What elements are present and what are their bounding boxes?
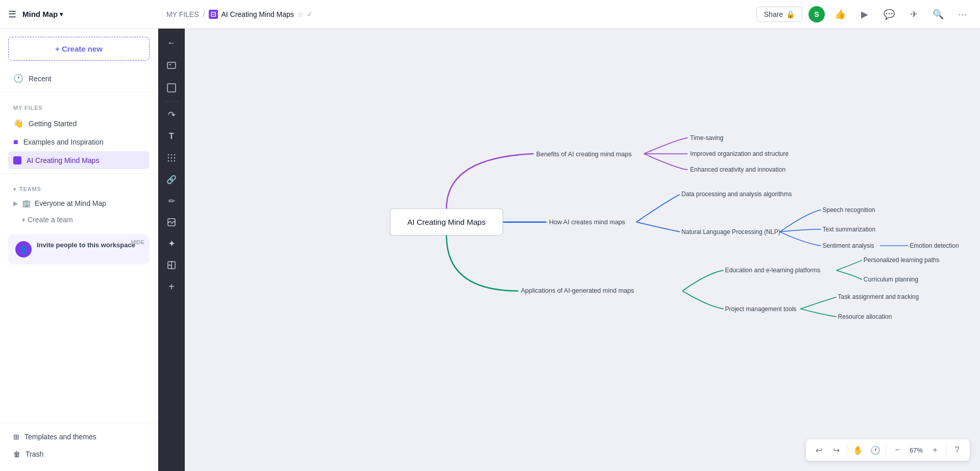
share-send-button[interactable]: ✈ xyxy=(904,5,923,23)
svg-rect-2 xyxy=(167,62,176,68)
hamburger-icon[interactable]: ☰ xyxy=(8,9,16,20)
svg-text:Education and e-learning platf: Education and e-learning platforms xyxy=(725,267,820,274)
zoom-in-button[interactable]: + xyxy=(927,442,943,458)
history-button[interactable]: 🕐 xyxy=(868,442,883,458)
check-circle-icon[interactable]: ✓ xyxy=(307,10,313,18)
svg-point-11 xyxy=(168,160,169,161)
hide-button[interactable]: HIDE xyxy=(131,239,144,245)
purple-square-icon: ■ xyxy=(13,137,18,147)
present-button[interactable]: ▶ xyxy=(855,5,874,23)
svg-rect-4 xyxy=(167,84,176,92)
svg-text:Resource allocation: Resource allocation xyxy=(838,313,892,320)
svg-line-16 xyxy=(170,221,173,224)
team-icon: 🏢 xyxy=(22,199,31,207)
sidebar-divider-1 xyxy=(0,92,158,92)
topbar-center: MY FILES / AI Creating Mind Maps ☆ ✓ xyxy=(166,10,756,19)
bottom-divider-3 xyxy=(946,445,946,455)
sidebar-top: + Create new xyxy=(0,29,158,69)
sidebar-divider-2 xyxy=(0,173,158,174)
bottom-divider-1 xyxy=(847,445,847,455)
link-tool-button[interactable]: 🔗 xyxy=(161,169,182,190)
hand-button[interactable]: ✋ xyxy=(850,442,866,458)
sidebar-section-myfiles: MY FILES 👋 Getting Started ■ Examples an… xyxy=(0,97,158,169)
sidebar-item-ai-mind-maps[interactable]: AI Creating Mind Maps xyxy=(8,151,150,169)
sidebar-item-trash[interactable]: 🗑 Trash xyxy=(8,445,150,463)
canvas-area[interactable]: AI Creating Mind Maps Benefits of AI cre… xyxy=(185,29,980,471)
bottom-toolbar: ↩ ↪ ✋ 🕐 − 67% + ? xyxy=(806,439,970,461)
create-new-button[interactable]: + Create new xyxy=(8,37,150,61)
star-icon[interactable]: ☆ xyxy=(297,10,304,18)
redo-button[interactable]: ↪ xyxy=(828,442,844,458)
vertical-toolbar: ← ↷ T 🔗 ✏ ✦ + xyxy=(158,29,185,471)
svg-text:Natural Language Processing (N: Natural Language Processing (NLP) xyxy=(681,228,780,236)
grid-tool-button[interactable] xyxy=(161,148,182,168)
sidebar-item-examples[interactable]: ■ Examples and Inspiration xyxy=(8,133,150,151)
avatar[interactable]: S xyxy=(808,6,825,22)
svg-text:Personalized learning paths: Personalized learning paths xyxy=(864,256,940,264)
arrow-tool-button[interactable]: ↷ xyxy=(161,105,182,125)
clock-icon: 🕐 xyxy=(13,74,23,83)
svg-text:Time-saving: Time-saving xyxy=(690,134,723,142)
svg-text:How AI creates mind maps: How AI creates mind maps xyxy=(549,219,625,226)
file-icon xyxy=(209,10,218,19)
sidebar-myfiles-header[interactable]: MY FILES xyxy=(8,97,150,114)
lock-icon: 🔒 xyxy=(786,10,795,18)
sidebar-teams-header[interactable]: ▾ TEAMS xyxy=(8,178,150,195)
image-tool-button[interactable] xyxy=(161,212,182,232)
share-button[interactable]: Share 🔒 xyxy=(756,7,802,22)
sidebar-create-team[interactable]: + Create a team xyxy=(8,211,150,228)
sidebar-item-templates[interactable]: ⊞ Templates and themes xyxy=(8,428,150,445)
svg-text:Project management tools: Project management tools xyxy=(725,305,796,313)
add-tool-button[interactable]: + xyxy=(161,276,182,297)
svg-point-13 xyxy=(174,160,175,161)
search-button[interactable]: 🔍 xyxy=(929,5,947,23)
workspace-name[interactable]: Mind Map ▾ xyxy=(22,10,63,18)
sidebar-section-teams: ▾ TEAMS ▶ 🏢 Everyone at Mind Map + Creat… xyxy=(0,178,158,228)
svg-text:Benefits of AI creating mind m: Benefits of AI creating mind maps xyxy=(536,151,632,158)
svg-point-5 xyxy=(168,154,169,155)
bottom-divider-2 xyxy=(886,445,887,455)
layout-tool-button[interactable] xyxy=(161,255,182,275)
zoom-level: 67% xyxy=(907,446,925,454)
undo-button[interactable]: ↩ xyxy=(811,442,826,458)
text-tool-button[interactable]: T xyxy=(161,126,182,147)
back-button[interactable]: ← xyxy=(161,33,182,53)
frame-tool-button[interactable] xyxy=(161,78,182,98)
sidebar: + Create new 🕐 Recent MY FILES 👋 Getting… xyxy=(0,29,158,471)
svg-text:Enhanced creativity and innova: Enhanced creativity and innovation xyxy=(690,166,786,173)
svg-point-8 xyxy=(168,157,169,158)
svg-text:Emotion detection: Emotion detection xyxy=(910,242,959,249)
svg-text:Data processing and analysis a: Data processing and analysis algorithms xyxy=(681,191,792,198)
sidebar-item-recent[interactable]: 🕐 Recent xyxy=(8,69,150,88)
toolbar-divider-1 xyxy=(164,101,179,102)
grid-icon: ⊞ xyxy=(13,433,19,441)
svg-text:Text summarization: Text summarization xyxy=(822,226,875,233)
trash-icon: 🗑 xyxy=(13,450,20,458)
svg-point-7 xyxy=(174,154,175,155)
help-button[interactable]: ? xyxy=(949,442,965,458)
more-button[interactable]: ⋯ xyxy=(953,5,972,23)
topbar-right: Share 🔒 S 👍 ▶ 💬 ✈ 🔍 ⋯ xyxy=(756,5,972,23)
comment-button[interactable]: 💬 xyxy=(880,5,898,23)
svg-text:AI Creating Mind Maps: AI Creating Mind Maps xyxy=(407,218,485,226)
pen-tool-button[interactable]: ✏ xyxy=(161,191,182,211)
svg-rect-3 xyxy=(169,64,171,65)
sidebar-item-everyone[interactable]: ▶ 🏢 Everyone at Mind Map xyxy=(8,195,150,211)
zoom-out-button[interactable]: − xyxy=(890,442,905,458)
breadcrumb-separator: / xyxy=(203,10,205,18)
main-layout: + Create new 🕐 Recent MY FILES 👋 Getting… xyxy=(0,29,980,471)
ai-file-icon xyxy=(13,156,21,164)
sidebar-item-getting-started[interactable]: 👋 Getting Started xyxy=(8,114,150,133)
thumbs-up-button[interactable]: 👍 xyxy=(831,5,849,23)
svg-text:Applications of AI-generated m: Applications of AI-generated mind maps xyxy=(521,287,634,294)
breadcrumb-myfiles[interactable]: MY FILES xyxy=(166,10,199,18)
teams-arrow-icon: ▾ xyxy=(13,186,16,192)
invite-text: Invite people to this workspace xyxy=(37,241,135,249)
select-tool-button[interactable] xyxy=(161,56,182,77)
ai-tool-button[interactable]: ✦ xyxy=(161,233,182,254)
svg-text:Improved organization and stru: Improved organization and structure xyxy=(690,150,789,157)
svg-text:Sentiment analysis: Sentiment analysis xyxy=(822,242,874,249)
invite-avatar-icon xyxy=(15,241,32,257)
svg-text:Curriculum planning: Curriculum planning xyxy=(864,276,918,283)
svg-point-9 xyxy=(171,157,172,158)
